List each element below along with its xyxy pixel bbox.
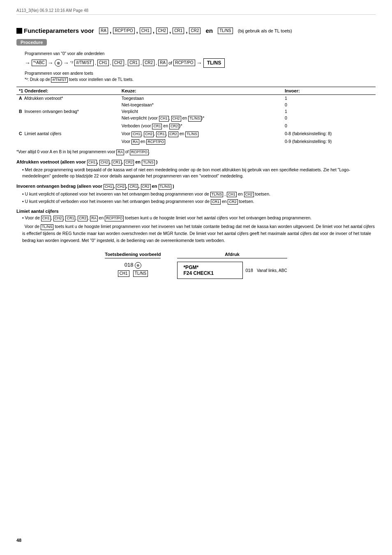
- flow-ch1: CH1: [97, 60, 109, 66]
- th-invoer: Invoer:: [282, 87, 376, 95]
- fn-rcptpo: RCPT/PO: [130, 150, 149, 155]
- section-limiet-heading: Limiet aantal cijfers: [16, 209, 376, 214]
- fn-ra: RA: [116, 150, 124, 155]
- toets-tlns: TL/NS: [133, 270, 148, 277]
- receipt-value: 018: [245, 268, 253, 273]
- procedure-label: Procedure: [16, 39, 47, 46]
- td-invoer-c1: 0-8 (fabrieksinstelling: 8): [282, 130, 376, 138]
- arrow-left: →: [25, 60, 30, 66]
- prog-zero-label: Programmeren van "0" voor alle onderdele…: [25, 51, 376, 56]
- key-ra: RA: [99, 28, 108, 34]
- td-invoer-a1: 1: [282, 95, 376, 102]
- flow-cr1: CR1: [128, 60, 139, 66]
- td-keuze-c1: Voor CH1, CH2, CR1, CR2 en TL/NS: [119, 130, 282, 138]
- arrow-3: →: [196, 60, 202, 66]
- limiet-para1: Voor de TL/NS toets kunt u de hoogste li…: [22, 223, 376, 244]
- td-keuze-b2: Niet-verplicht (voor CH1, CH2 en TL/NS)*: [119, 115, 282, 122]
- flow-of: of: [168, 60, 172, 65]
- th-onderdeel: *1 Onderdeel:: [16, 87, 119, 95]
- page-header: A113_3(Ne) 06.9.12 10:16 AM Page 48: [16, 8, 376, 15]
- table-row: B Invoeren ontvangen bedrag* Verplicht 1: [16, 108, 376, 115]
- key-cr1-title: CR1: [173, 28, 184, 34]
- circle-x-toets: ⊗: [135, 262, 141, 269]
- td-invoer-a2: 0: [282, 101, 376, 108]
- footnote-star2: *²: Druk op de #/TM/ST toets voor instel…: [25, 77, 376, 83]
- table-row: Niet-verplicht (voor CH1, CH2 en TL/NS)*…: [16, 115, 376, 122]
- flow-ch2: CH2: [113, 60, 124, 66]
- td-keuze-b3: Verboden (voor CR1 en CR2)*: [119, 122, 282, 130]
- section-title: Functieparameters voor RA, RCPT/PO, CH1,…: [16, 27, 376, 34]
- table-row: A Afdrukken voetnoot* Toegestaan 1: [16, 95, 376, 102]
- td-invoer-b2: 0: [282, 115, 376, 122]
- td-invoer-c2: 0-9 (fabrieksinstelling: 9): [282, 138, 376, 146]
- td-onderdeel-a2: [16, 101, 119, 108]
- flow-diagram: → *¹ABC → ⊗ → *2 #/TM/ST , CH1 , CH2 , C…: [25, 58, 376, 68]
- receipt-line2: F24 CHECK1: [183, 270, 237, 276]
- page-number: 48: [16, 538, 21, 543]
- section-afdrukken-heading: Afdrukken voetnoot (alleen voor CH1, CH2…: [16, 159, 376, 166]
- td-keuze-b1: Verplicht: [119, 108, 282, 115]
- en-label: en: [206, 27, 213, 34]
- td-keuze-a1: Toegestaan: [119, 95, 282, 102]
- main-table: *1 Onderdeel: Keuze: Invoer: A Afdrukken…: [16, 87, 376, 145]
- main-title: Functieparameters voor: [24, 27, 94, 34]
- table-footnote: *Voer altijd 0 voor A en B in bij het pr…: [16, 150, 376, 155]
- bottom-tables: Toetsbediening voorbeeld 018 ⊗ CH1 TL/NS…: [16, 252, 376, 279]
- td-onderdeel-c2: [16, 138, 119, 146]
- table-row: Verboden (voor CR1 en CR2)* 0: [16, 122, 376, 130]
- section-invoeren-heading: Invoeren ontvangen bedrag (alleen voor C…: [16, 184, 376, 190]
- td-onderdeel-b: B Invoeren ontvangen bedrag*: [16, 108, 119, 115]
- receipt-box: *PGM* F24 CHECK1: [177, 262, 243, 279]
- afdruk-title: Afdruk: [177, 252, 287, 258]
- table-row: C Limiet aantal cijfers Voor CH1, CH2, C…: [16, 130, 376, 138]
- flow-ra: RA: [158, 60, 167, 66]
- prog-other-label: Programmeren voor een andere toets: [25, 71, 376, 76]
- td-invoer-b1: 1: [282, 108, 376, 115]
- td-invoer-b3: 0: [282, 122, 376, 130]
- toets-title: Toetsbediening voorbeeld: [105, 252, 161, 258]
- key-tlns-title: TL/NS: [218, 28, 233, 34]
- flow-rcptpo: RCPT/PO: [173, 60, 195, 66]
- toets-example: 018 ⊗ CH1 TL/NS: [105, 262, 161, 277]
- td-onderdeel-c: C Limiet aantal cijfers: [16, 130, 119, 138]
- td-onderdeel-b3: [16, 122, 119, 130]
- afdrukken-bullet1: • Met deze programmering wordt bepaald o…: [22, 167, 376, 180]
- black-square-icon: [16, 28, 22, 34]
- th-keuze: Keuze:: [119, 87, 282, 95]
- main-note: (bij gebruik als de TL toets): [238, 28, 292, 33]
- arrow-1: →: [48, 60, 53, 66]
- receipt-label: Vanaf links, ABC: [257, 268, 287, 273]
- key-ch2-title: CH2: [156, 28, 168, 34]
- procedure-badge: Procedure: [16, 39, 376, 50]
- afdruk-right: 018 Vanaf links, ABC: [245, 268, 287, 273]
- toets-table: Toetsbediening voorbeeld 018 ⊗ CH1 TL/NS: [105, 252, 161, 279]
- invoeren-bullet1: • U kunt verplicht of optioneel voor het…: [22, 191, 376, 198]
- key-ch1-title: CH1: [140, 28, 151, 34]
- footnote-star2-text: *²: Druk op de: [25, 77, 50, 82]
- table-row: Niet-toegestaan* 0: [16, 101, 376, 108]
- td-onderdeel-b2: [16, 115, 119, 122]
- superscript-2: *2: [70, 60, 74, 64]
- flow-cr2: CR2: [143, 60, 154, 66]
- td-onderdeel-a: A Afdrukken voetnoot*: [16, 95, 119, 102]
- arrow-2: →: [63, 60, 69, 66]
- circle-x-icon: ⊗: [55, 59, 62, 67]
- td-keuze-a2: Niet-toegestaan*: [119, 101, 282, 108]
- invoeren-bullet2: • U kunt verplicht of verboden voor het …: [22, 198, 376, 205]
- footnote-htmst: #/TM/ST: [51, 77, 68, 83]
- flow-hashtmst: #/TM/ST: [74, 60, 93, 66]
- td-keuze-c2: Voor RA en RCPT/PO: [119, 138, 282, 146]
- flow-tlns: TL/NS: [203, 58, 225, 68]
- header-left: A113_3(Ne) 06.9.12 10:16 AM Page 48: [16, 8, 88, 13]
- afdruk-content: *PGM* F24 CHECK1 018 Vanaf links, ABC: [177, 262, 287, 279]
- footnote-rest: toets voor instellen van de TL toets.: [69, 77, 134, 82]
- toets-value: 018 ⊗: [105, 262, 161, 269]
- table-row: Voor RA en RCPT/PO 0-9 (fabrieksinstelli…: [16, 138, 376, 146]
- flow-star1abc: *¹ABC: [32, 60, 46, 66]
- toets-keys: CH1 TL/NS: [105, 270, 161, 277]
- key-rcptpo: RCPT/PO: [113, 28, 134, 34]
- key-cr2-title: CR2: [189, 28, 201, 34]
- limiet-bullet1: • Voor de CH1, CH2, CR1, CR2, RA en RCPT…: [22, 215, 376, 221]
- afdruk-table: Afdruk *PGM* F24 CHECK1 018 Vanaf links,…: [177, 252, 287, 279]
- receipt-line1: *PGM*: [183, 265, 237, 270]
